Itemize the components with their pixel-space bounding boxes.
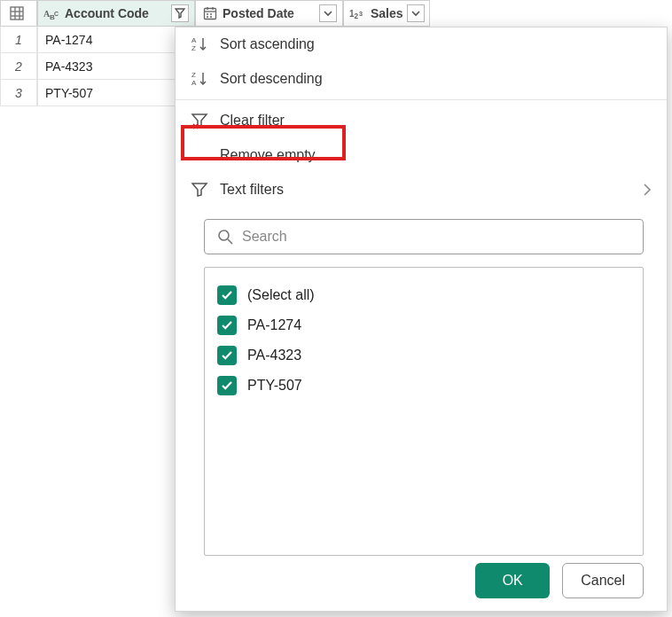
column-filter-button-sales[interactable] xyxy=(407,4,425,22)
sort-ascending-icon: A Z xyxy=(190,35,209,54)
svg-point-25 xyxy=(219,230,229,240)
check-label: PA-1274 xyxy=(247,317,301,333)
filter-values-list[interactable]: (Select all) PA-1274 PA-4323 PTY-507 xyxy=(204,267,644,556)
row-number: 1 xyxy=(0,27,37,53)
button-label: OK xyxy=(503,573,523,589)
table-icon xyxy=(8,4,26,22)
svg-text:Z: Z xyxy=(191,44,196,52)
check-label: (Select all) xyxy=(247,287,315,303)
column-label: Sales xyxy=(371,6,403,20)
menu-clear-filter[interactable]: Clear filter xyxy=(176,104,667,138)
sort-descending-icon: Z A xyxy=(190,69,209,89)
filter-active-icon xyxy=(175,8,185,19)
menu-label: Clear filter xyxy=(220,113,652,129)
blank-icon xyxy=(190,145,209,165)
column-label: Posted Date xyxy=(223,6,316,20)
column-header-account-code[interactable]: ABC Account Code xyxy=(37,0,195,27)
svg-text:A: A xyxy=(191,79,197,87)
filter-icon xyxy=(190,180,209,199)
row-number-header[interactable] xyxy=(0,0,37,27)
chevron-down-icon xyxy=(324,9,332,18)
svg-text:C: C xyxy=(54,11,59,17)
column-header-sales[interactable]: 123 Sales xyxy=(343,0,430,27)
checkbox-checked-icon[interactable] xyxy=(217,346,237,365)
header-row: ABC Account Code Posted Date xyxy=(0,0,672,27)
menu-label: Text filters xyxy=(220,182,631,198)
chevron-right-icon xyxy=(642,183,652,197)
check-item[interactable]: PA-1274 xyxy=(217,310,630,340)
ok-button[interactable]: OK xyxy=(475,563,550,598)
dialog-buttons: OK Cancel xyxy=(176,563,667,598)
text-type-icon: ABC xyxy=(43,4,61,22)
filter-values-area: (Select all) PA-1274 PA-4323 PTY-507 xyxy=(176,207,667,563)
checkbox-checked-icon[interactable] xyxy=(217,316,237,335)
column-header-posted-date[interactable]: Posted Date xyxy=(195,0,343,27)
clear-filter-icon xyxy=(190,111,209,130)
search-box[interactable] xyxy=(204,219,644,254)
menu-label: Remove empty xyxy=(220,147,652,163)
number-type-icon: 123 xyxy=(349,4,367,22)
menu-label: Sort ascending xyxy=(220,36,652,52)
cell-account-code[interactable]: PA-4323 xyxy=(37,53,195,80)
column-filter-button-posted-date[interactable] xyxy=(319,4,337,22)
column-filter-button-account-code[interactable] xyxy=(171,4,189,22)
row-number: 3 xyxy=(0,80,37,106)
check-item[interactable]: PA-4323 xyxy=(217,340,630,371)
svg-text:3: 3 xyxy=(359,10,363,18)
check-select-all[interactable]: (Select all) xyxy=(217,280,630,310)
checkbox-checked-icon[interactable] xyxy=(217,376,237,395)
menu-remove-empty[interactable]: Remove empty xyxy=(176,138,667,173)
menu-text-filters[interactable]: Text filters xyxy=(176,172,667,207)
svg-text:A: A xyxy=(191,36,197,44)
menu-sort-ascending[interactable]: A Z Sort ascending xyxy=(176,27,667,62)
column-label: Account Code xyxy=(65,6,168,20)
menu-label: Sort descending xyxy=(220,71,652,87)
search-input[interactable] xyxy=(242,229,630,245)
svg-text:2: 2 xyxy=(354,12,358,20)
menu-sort-descending[interactable]: Z A Sort descending xyxy=(176,62,667,97)
search-icon xyxy=(217,229,233,245)
check-label: PTY-507 xyxy=(247,378,302,394)
check-item[interactable]: PTY-507 xyxy=(217,371,630,401)
button-label: Cancel xyxy=(581,573,625,589)
row-number: 2 xyxy=(0,53,37,80)
svg-text:Z: Z xyxy=(191,71,196,79)
check-label: PA-4323 xyxy=(247,348,301,363)
filter-dropdown-panel: A Z Sort ascending Z A Sort descending C… xyxy=(175,27,668,612)
date-type-icon xyxy=(201,4,219,22)
cell-account-code[interactable]: PA-1274 xyxy=(37,27,195,53)
svg-rect-0 xyxy=(11,7,23,20)
cell-account-code[interactable]: PTY-507 xyxy=(37,80,195,106)
checkbox-checked-icon[interactable] xyxy=(217,285,237,305)
menu-separator xyxy=(176,99,667,100)
cancel-button[interactable]: Cancel xyxy=(562,563,644,598)
svg-line-26 xyxy=(228,239,232,244)
chevron-down-icon xyxy=(411,9,420,18)
